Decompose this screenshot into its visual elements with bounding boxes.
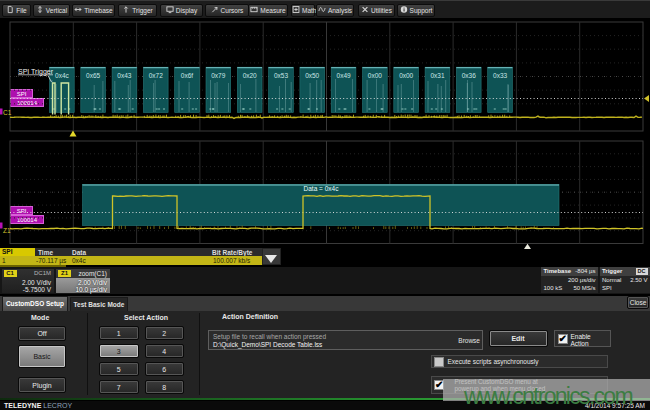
svg-text:0x36: 0x36 <box>462 72 476 79</box>
svg-text:0x79: 0x79 <box>211 72 225 79</box>
svg-text:SPI Trigger: SPI Trigger <box>18 68 54 76</box>
svg-text:0x20: 0x20 <box>243 72 257 79</box>
svg-text:0x49: 0x49 <box>337 72 351 79</box>
svg-text:0x33: 0x33 <box>493 72 507 79</box>
svg-text:Data = 0x4c: Data = 0x4c <box>304 185 340 192</box>
svg-text:0x65: 0x65 <box>86 72 100 79</box>
svg-text:0x31: 0x31 <box>430 72 444 79</box>
svg-text:0x43: 0x43 <box>117 72 131 79</box>
svg-text:0x50: 0x50 <box>305 72 319 79</box>
svg-text:0x00: 0x00 <box>368 72 382 79</box>
svg-text:Z1: Z1 <box>3 227 11 234</box>
svg-text:0x00: 0x00 <box>399 72 413 79</box>
svg-text:C1: C1 <box>3 109 12 116</box>
svg-text:0x72: 0x72 <box>149 72 163 79</box>
svg-text:0x4c: 0x4c <box>55 72 69 79</box>
svg-text:0x53: 0x53 <box>274 72 288 79</box>
svg-text:0x6f: 0x6f <box>181 72 193 79</box>
